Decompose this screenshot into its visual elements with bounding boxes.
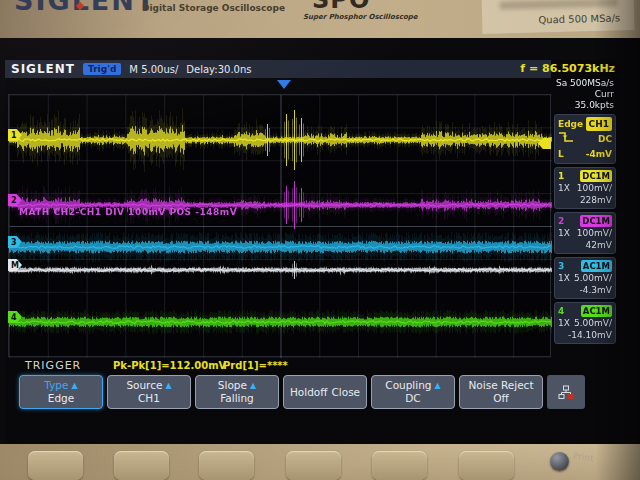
menu-value: Close xyxy=(331,386,360,399)
ch3-info-box: 3AC1M 1X5.00mV/ -4.3mV xyxy=(554,257,616,299)
right-sidebar: Sa 500MSa/s Curr 35.0kpts Edge CH1 DC L … xyxy=(554,78,616,344)
bezel-softkey-2[interactable] xyxy=(114,451,169,480)
pkpk-measurement: Pk-Pk[1]=112.00mV xyxy=(113,360,226,371)
ch2-offset: 42mV xyxy=(586,239,612,251)
ch1-number: 1 xyxy=(558,170,564,182)
oscilloscope-photo: SIGLENT Digital Storage Oscilloscope SPO… xyxy=(0,0,640,480)
ch2-number: 2 xyxy=(558,215,564,227)
math-info-readout: MATH CH2-CH1 DIV 100mV POS -148mV xyxy=(19,207,237,217)
timebase-readout: M 5.00us/ xyxy=(129,64,178,75)
measurement-row: TRIGGER Pk-Pk[1]=112.00mV Prd[1]=**** xyxy=(5,359,551,374)
ch4-probe: 1X xyxy=(558,317,570,329)
up-arrow-icon: ▲ xyxy=(435,379,441,392)
ch3-probe: 1X xyxy=(558,272,570,284)
bezel-softkey-4[interactable] xyxy=(286,451,341,480)
sample-rate-spec: Quad 500 MSa/s xyxy=(538,12,620,25)
up-arrow-icon: ▲ xyxy=(71,379,77,392)
ch4-offset: -14.10mV xyxy=(568,329,612,341)
trigger-source-badge: CH1 xyxy=(586,117,612,131)
ch1-info-box: 1DC1M 1X100mV/ 228mV xyxy=(554,167,616,209)
spo-tagline: Super Phosphor Oscilloscope xyxy=(303,13,418,21)
ch4-number: 4 xyxy=(558,305,564,317)
bezel-softkey-5[interactable] xyxy=(372,451,427,480)
ch2-info-box: 2DC1M 1X100mV/ 42mV xyxy=(554,212,616,254)
sample-rate-readout: Sa 500MSa/s xyxy=(554,78,616,89)
print-button[interactable] xyxy=(550,452,569,471)
ch3-number: 3 xyxy=(558,260,564,272)
trigger-level-value: -4mV xyxy=(586,147,612,161)
menu-value: CH1 xyxy=(138,392,160,405)
ch1-scale: 100mV/ xyxy=(577,182,612,194)
trigger-menu-title: TRIGGER xyxy=(25,359,81,372)
period-measurement: Prd[1]=**** xyxy=(223,360,288,371)
trigger-status-badge: Trig'd xyxy=(83,63,121,75)
spo-logo: SPO xyxy=(312,0,370,14)
ch1-coupling-badge: DC1M xyxy=(580,170,612,182)
siglent-bezel-logo: SIGLENT xyxy=(14,0,156,16)
spec-label-cutoff-line xyxy=(500,0,618,10)
trigger-info-box: Edge CH1 DC L -4mV xyxy=(554,114,616,164)
trigger-level-label: L xyxy=(558,147,564,161)
ch2-probe: 1X xyxy=(558,227,570,239)
menu-button-holdoff[interactable]: Holdoff Close xyxy=(283,375,367,409)
ch3-scale: 5.00mV/ xyxy=(574,272,612,284)
menu-title: Noise Reject xyxy=(468,379,533,392)
ch1-probe: 1X xyxy=(558,182,570,194)
menu-value: Falling xyxy=(220,392,254,405)
ch3-coupling-badge: AC1M xyxy=(581,260,612,272)
ch4-info-box: 4AC1M 1X5.00mV/ -14.10mV xyxy=(554,302,616,344)
bezel-softkey-1[interactable] xyxy=(28,451,83,480)
frequency-counter: f = 86.5073kHz xyxy=(520,62,615,75)
menu-button-coupling[interactable]: Coupling▲ DC xyxy=(371,375,455,409)
ch2-coupling-badge: DC1M xyxy=(580,215,612,227)
lcd-screen: SIGLENT Trig'd M 5.00us/ Delay:30.0ns f … xyxy=(5,60,618,444)
trigger-position-marker xyxy=(277,80,291,89)
menu-title: Type xyxy=(44,379,68,392)
memory-depth-readout: Curr 35.0kpts xyxy=(554,89,616,111)
top-bezel: SIGLENT Digital Storage Oscilloscope SPO… xyxy=(0,0,640,38)
menu-button-slope[interactable]: Slope▲ Falling xyxy=(195,375,279,409)
bezel-softkey-6[interactable] xyxy=(459,451,514,480)
menu-button-noise-reject[interactable]: Noise Reject Off xyxy=(459,375,543,409)
ch1-offset: 228mV xyxy=(580,194,612,206)
waveform-canvas xyxy=(9,95,552,358)
up-arrow-icon: ▲ xyxy=(165,379,171,392)
status-bar: SIGLENT Trig'd M 5.00us/ Delay:30.0ns xyxy=(5,60,551,78)
up-arrow-icon: ▲ xyxy=(250,379,256,392)
trigger-coupling: DC xyxy=(598,132,612,146)
menu-title: Slope xyxy=(218,379,247,392)
menu-value: Off xyxy=(493,392,509,405)
ch4-scale: 5.00mV/ xyxy=(574,317,612,329)
print-button-label: Print xyxy=(572,451,594,464)
menu-button-type[interactable]: Type▲ Edge xyxy=(19,375,103,409)
menu-value: Edge xyxy=(48,392,74,405)
falling-edge-icon xyxy=(558,131,574,147)
menu-title: Holdoff xyxy=(290,386,328,399)
bezel-subtitle: Digital Storage Oscilloscope xyxy=(142,3,285,13)
ch2-scale: 100mV/ xyxy=(577,227,612,239)
ch4-coupling-badge: AC1M xyxy=(581,305,612,317)
ch3-offset: -4.3mV xyxy=(580,284,612,296)
bottom-bezel: Print xyxy=(0,444,640,480)
bezel-softkey-3[interactable] xyxy=(199,451,254,480)
menu-tree-icon xyxy=(547,375,585,409)
siglent-screen-logo: SIGLENT xyxy=(11,62,75,76)
soft-menu: Type▲ Edge Source▲ CH1 Slope▲ Falling Ho… xyxy=(19,375,591,409)
graticule: 1 2 3 M 4 MATH CH2-CH1 DIV 100mV POS -14… xyxy=(8,94,551,357)
trigger-type: Edge xyxy=(558,117,583,131)
menu-title: Coupling xyxy=(385,379,431,392)
spec-label-plate: Quad 500 MSa/s xyxy=(482,0,635,34)
menu-title: Source xyxy=(126,379,162,392)
delay-readout: Delay:30.0ns xyxy=(186,64,251,75)
menu-button-source[interactable]: Source▲ CH1 xyxy=(107,375,191,409)
menu-value: DC xyxy=(405,392,420,405)
